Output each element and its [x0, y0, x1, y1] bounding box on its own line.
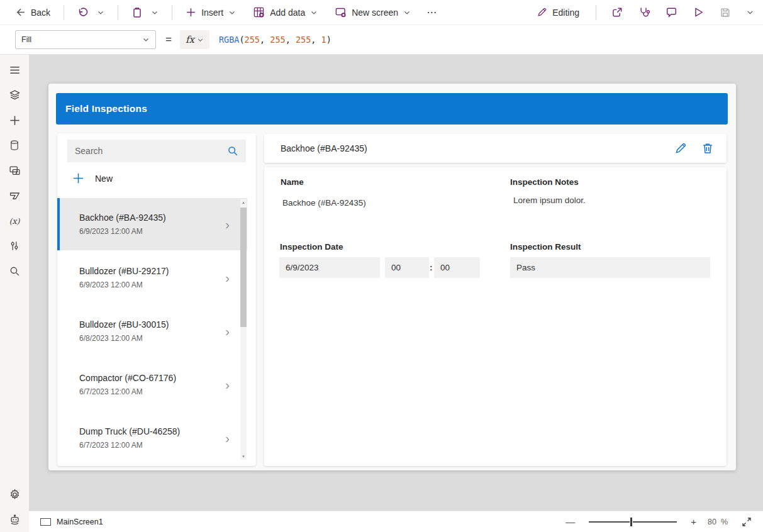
chevron-down-icon	[142, 36, 150, 43]
hamburger-menu-button[interactable]	[0, 57, 29, 82]
plus-icon	[72, 172, 84, 184]
zoom-in-button[interactable]: +	[688, 516, 699, 527]
property-selector[interactable]: Fill	[15, 30, 156, 49]
back-button[interactable]: Back	[14, 4, 52, 20]
add-data-button[interactable]: Add data	[252, 4, 319, 21]
chevron-right-icon[interactable]: ›	[225, 432, 230, 445]
delete-record-icon[interactable]	[701, 142, 714, 155]
new-screen-icon	[335, 6, 347, 18]
list-scrollbar[interactable]: ▲ ▼	[240, 199, 247, 460]
chevron-down-icon	[403, 9, 411, 16]
app-title: Field Inspections	[65, 103, 147, 114]
add-data-icon	[253, 6, 265, 18]
edit-record-icon[interactable]	[674, 142, 687, 155]
insert-panel-button[interactable]	[0, 108, 29, 133]
zoom-slider-track	[589, 521, 677, 523]
list-item[interactable]: Dump Truck (#DU-46258) 6/7/2023 12:00 AM…	[57, 412, 247, 460]
toolbar-overflow-button[interactable]: ⋯	[426, 6, 437, 18]
variables-panel-button[interactable]: (x)	[0, 208, 29, 233]
result-input[interactable]: Pass	[510, 257, 710, 278]
list-item[interactable]: Bulldozer (#BU-30015) 6/8/2023 12:00 AM …	[57, 305, 247, 357]
new-label: New	[95, 174, 113, 184]
hour-input[interactable]: 00	[385, 257, 429, 278]
editing-mode-button[interactable]: Editing	[535, 4, 581, 20]
preview-play-icon[interactable]	[693, 6, 705, 18]
save-icon[interactable]	[720, 7, 731, 18]
share-icon[interactable]	[611, 6, 623, 18]
fit-to-window-icon[interactable]	[742, 517, 752, 527]
search-input[interactable]	[75, 146, 227, 156]
paste-dropdown[interactable]	[150, 6, 160, 19]
zoom-slider-handle[interactable]	[630, 518, 633, 526]
screen-selector[interactable]: MainScreen1	[40, 518, 103, 526]
scrollbar-thumb[interactable]	[240, 208, 247, 327]
search-box[interactable]	[67, 140, 246, 162]
media-panel-button[interactable]	[0, 158, 29, 183]
virtual-agent-button[interactable]	[0, 507, 29, 532]
chevron-right-icon[interactable]: ›	[225, 325, 230, 338]
list-item[interactable]: Compactor (#CO-67176) 6/7/2023 12:00 AM …	[57, 358, 247, 411]
notes-field-value[interactable]: Lorem ipsum dolor.	[513, 196, 586, 205]
formula-arg: 255	[296, 35, 311, 45]
selected-indicator	[57, 198, 60, 250]
formula-sep: ,	[311, 35, 321, 45]
list-item-datetime: 6/7/2023 12:00 AM	[79, 387, 247, 396]
formula-input[interactable]: RGBA(255, 255, 255, 1)	[219, 35, 331, 45]
date-field-label: Inspection Date	[280, 242, 343, 252]
formula-sep: ,	[260, 35, 270, 45]
clipboard-icon	[131, 7, 143, 18]
equals-sign: =	[165, 33, 172, 46]
data-panel-button[interactable]	[0, 133, 29, 158]
app-canvas[interactable]: Field Inspections New Backhoe (#BA-92435…	[48, 84, 736, 470]
top-toolbar: Back Insert	[0, 0, 763, 25]
arrow-left-icon	[15, 7, 26, 18]
advanced-tools-button[interactable]	[0, 233, 29, 258]
screen-name: MainScreen1	[57, 518, 103, 526]
search-panel-button[interactable]	[0, 258, 29, 284]
zoom-slider[interactable]	[589, 517, 677, 527]
chevron-right-icon[interactable]: ›	[225, 218, 230, 231]
list-item-title: Bulldozer (#BU-29217)	[79, 266, 247, 276]
formula-sep: ,	[286, 35, 296, 45]
insert-button[interactable]: Insert	[184, 4, 237, 20]
minute-input[interactable]: 00	[434, 257, 480, 278]
chevron-down-icon	[151, 9, 159, 16]
zoom-percentage: 80 %	[708, 518, 728, 526]
toolbar-divider	[172, 5, 172, 20]
chevron-right-icon[interactable]: ›	[225, 379, 230, 391]
app-title-bar[interactable]: Field Inspections	[56, 93, 728, 125]
name-field-label: Name	[281, 177, 304, 187]
undo-dropdown[interactable]	[96, 6, 106, 19]
settings-button[interactable]	[0, 482, 29, 507]
list-item[interactable]: Bulldozer (#BU-29217) 6/9/2023 12:00 AM …	[57, 252, 247, 304]
power-automate-button[interactable]	[0, 183, 29, 208]
zoom-out-button[interactable]: —	[563, 516, 577, 527]
scrollbar-down-arrow[interactable]: ▼	[240, 453, 247, 460]
save-dropdown-icon[interactable]	[746, 8, 754, 16]
new-screen-button[interactable]: New screen	[333, 4, 412, 21]
chevron-right-icon[interactable]: ›	[225, 272, 230, 284]
tree-view-button[interactable]	[0, 82, 29, 108]
list-item[interactable]: Backhoe (#BA-92435) 6/9/2023 12:00 AM ›	[57, 198, 247, 250]
paste-button[interactable]	[130, 4, 144, 21]
formula-paren: (	[239, 35, 244, 45]
design-workspace: Field Inspections New Backhoe (#BA-92435…	[29, 55, 763, 511]
name-field-value[interactable]: Backhoe (#BA-92435)	[282, 198, 366, 208]
inspection-list: Backhoe (#BA-92435) 6/9/2023 12:00 AM › …	[57, 198, 247, 460]
screen-thumbnail-icon	[40, 518, 51, 526]
search-icon[interactable]	[227, 145, 238, 157]
comments-icon[interactable]	[666, 6, 677, 18]
back-label: Back	[31, 8, 50, 18]
date-input[interactable]: 6/9/2023	[279, 257, 380, 278]
detail-header-card: Backhoe (#BA-92435)	[264, 134, 727, 163]
scrollbar-up-arrow[interactable]: ▲	[240, 199, 247, 206]
fx-dropdown-button[interactable]: fx	[180, 30, 209, 49]
app-checker-icon[interactable]	[638, 6, 650, 18]
formula-bar: Fill = fx RGBA(255, 255, 255, 1)	[0, 25, 763, 55]
new-record-button[interactable]: New	[72, 172, 113, 184]
chevron-down-icon	[228, 9, 236, 16]
formula-function: RGBA	[219, 35, 240, 45]
time-separator: :	[430, 263, 433, 272]
detail-title: Backhoe (#BA-92435)	[281, 143, 367, 153]
undo-button[interactable]	[76, 4, 90, 21]
